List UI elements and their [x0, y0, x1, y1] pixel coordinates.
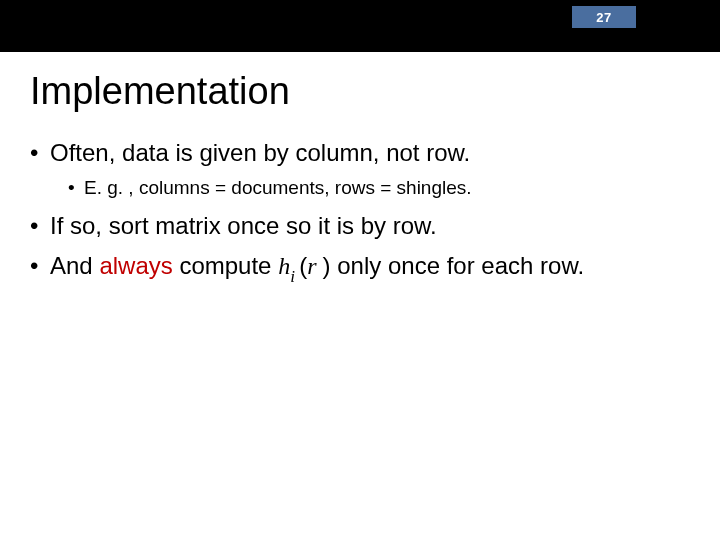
sub-bullet-item-1: E. g. , columns = documents, rows = shin…: [68, 175, 690, 202]
slide-number-badge: 27: [572, 6, 636, 28]
math-sub-i: i: [290, 267, 299, 286]
math-close-paren: ): [323, 252, 331, 279]
slide-content: Implementation Often, data is given by c…: [0, 60, 720, 295]
bullet-text-mid: compute: [179, 252, 278, 279]
top-bar: 27: [0, 0, 720, 52]
slide-number: 27: [596, 10, 611, 25]
math-h: h: [278, 253, 290, 279]
bullet-item-1: Often, data is given by column, not row.…: [30, 137, 690, 202]
bullet-text: If so, sort matrix once so it is by row.: [50, 212, 437, 239]
slide: 27 Implementation Often, data is given b…: [0, 0, 720, 540]
bullet-text-pre: And: [50, 252, 99, 279]
bullet-text-post: only once for each row.: [331, 252, 584, 279]
bullet-list: Often, data is given by column, not row.…: [0, 137, 720, 287]
sub-bullet-list: E. g. , columns = documents, rows = shin…: [50, 175, 690, 202]
math-r: r: [307, 253, 322, 279]
bullet-item-3: And always compute hi (r ) only once for…: [30, 250, 690, 286]
bullet-text: Often, data is given by column, not row.: [50, 139, 470, 166]
sub-bullet-text: E. g. , columns = documents, rows = shin…: [84, 177, 472, 198]
bullet-text-always: always: [99, 252, 179, 279]
slide-title: Implementation: [30, 70, 720, 113]
bullet-item-2: If so, sort matrix once so it is by row.: [30, 210, 690, 242]
